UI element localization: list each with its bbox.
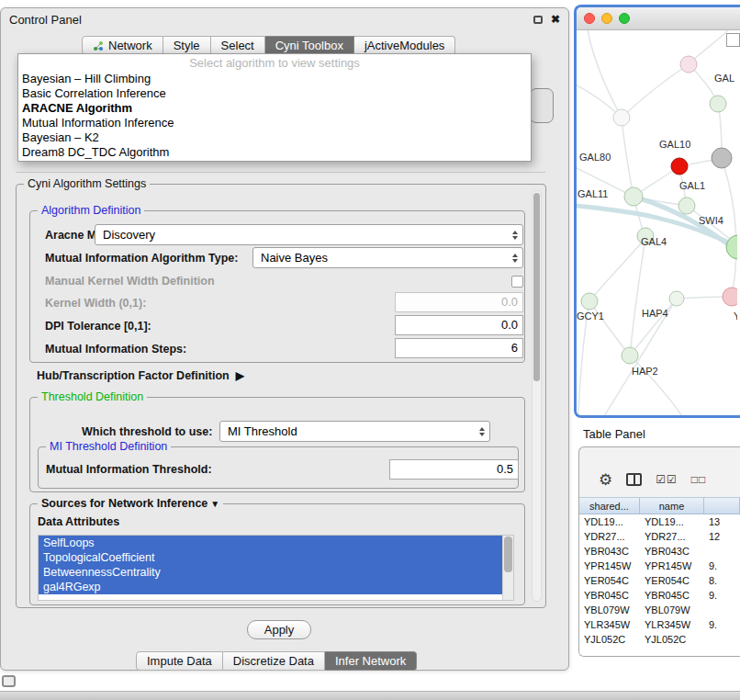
node-label: HAP2	[632, 366, 658, 377]
settings-gear-icon[interactable]: ⚙	[599, 472, 612, 488]
combo-arrows-icon	[507, 225, 522, 244]
table-row[interactable]: YJL052C YJL052C	[579, 632, 740, 647]
float-window-icon[interactable]	[533, 16, 543, 24]
tab-select[interactable]: Select	[211, 36, 265, 55]
column-selector-icon[interactable]	[626, 473, 642, 486]
popup-item[interactable]: Bayesian – Hill Climbing	[18, 72, 531, 86]
node-hap2[interactable]	[622, 347, 638, 364]
cell	[704, 544, 740, 559]
hub-section-toggle[interactable]: Hub/Transcription Factor Definition ▶	[37, 369, 244, 382]
popup-item[interactable]: Dream8 DC_TDC Algorithm	[18, 145, 531, 160]
combo-arrows-icon	[507, 248, 522, 267]
attribute-item[interactable]: BetweennessCentrality	[39, 565, 502, 580]
dpi-tolerance-field[interactable]: 0.0	[395, 315, 523, 335]
attribute-item[interactable]: SelfLoops	[39, 536, 502, 550]
network-edge[interactable]	[722, 159, 736, 297]
node-gal11[interactable]	[624, 187, 643, 206]
cell: 9.	[704, 617, 740, 632]
apply-button[interactable]: Apply	[247, 620, 311, 639]
network-edge[interactable]	[588, 30, 622, 118]
cell: YPR145W	[640, 559, 704, 573]
popup-item[interactable]: Basic Correlation Inference	[18, 86, 531, 101]
scrollbar-thumb[interactable]	[504, 536, 512, 572]
network-edge[interactable]	[630, 356, 682, 415]
popup-item[interactable]: Bayesian – K2	[18, 130, 531, 145]
network-edge[interactable]	[622, 64, 689, 118]
node-pink-right[interactable]	[723, 288, 737, 306]
node-gcy1[interactable]	[581, 293, 598, 310]
tab-impute-data[interactable]: Impute Data	[136, 651, 223, 671]
table-row[interactable]: YBR043C YBR043C	[579, 544, 740, 559]
table-row[interactable]: YDR27... YDR27... 12	[579, 529, 740, 544]
network-canvas[interactable]: GAL GAL80 GAL10 GAL11 GAL1 SWI4 GAL4 GCY…	[577, 30, 740, 415]
node-label: GAL4	[641, 236, 667, 247]
mi-threshold-field[interactable]: 0.5	[389, 459, 519, 480]
close-window-icon[interactable]: ✖	[551, 14, 560, 25]
column-header-name[interactable]: name	[640, 498, 704, 514]
aracne-mode-combo[interactable]: Discovery	[95, 224, 523, 245]
node-gal10[interactable]	[671, 158, 688, 175]
network-edge[interactable]	[622, 118, 633, 197]
minimize-traffic-light-icon[interactable]	[601, 13, 612, 24]
node-gal-topright[interactable]	[710, 96, 726, 112]
tab-jactivemodules[interactable]: jActiveModules	[354, 36, 455, 55]
tab-network[interactable]: Network	[82, 36, 163, 55]
table-row[interactable]: YER054C YER054C 8.	[579, 573, 740, 588]
which-threshold-combo[interactable]: MI Threshold	[219, 421, 490, 442]
tab-style[interactable]: Style	[163, 36, 211, 55]
zoom-traffic-light-icon[interactable]	[619, 13, 630, 24]
algorithm-selector-popup: Select algorithm to view settings Bayesi…	[17, 53, 532, 162]
cell: 12	[704, 529, 740, 544]
popup-item[interactable]: Mutual Information Inference	[18, 116, 531, 130]
mi-type-combo[interactable]: Naive Bayes	[252, 247, 523, 268]
attribute-item[interactable]: gal4RGexp	[39, 580, 502, 594]
tab-label: Infer Network	[335, 654, 406, 668]
close-traffic-light-icon[interactable]	[584, 13, 595, 24]
attribute-item[interactable]: TopologicalCoefficient	[39, 550, 502, 565]
kernel-width-field[interactable]: 0.0	[395, 292, 523, 312]
table-row[interactable]: YBL079W YBL079W	[579, 603, 740, 617]
node-swi4[interactable]	[726, 235, 737, 259]
obscured-button[interactable]	[530, 88, 554, 123]
node-gal1[interactable]	[678, 198, 695, 214]
attributes-list-scrollbar[interactable]	[502, 536, 513, 600]
table-panel-title: Table Panel	[583, 427, 645, 441]
network-edge[interactable]	[589, 301, 630, 356]
mi-steps-field[interactable]: 6	[395, 338, 523, 358]
cell: YDR27...	[640, 529, 704, 544]
table-body: YDL19... YDL19... 13 YDR27... YDR27... 1…	[579, 514, 740, 657]
select-all-checkboxes-icon[interactable]: ☑☑	[656, 473, 678, 486]
node-label: GAL1	[679, 180, 705, 191]
node-hap4[interactable]	[669, 291, 684, 306]
popup-item-selected[interactable]: ARACNE Algorithm	[18, 101, 531, 116]
minimized-panel-icon[interactable]	[2, 675, 16, 687]
bottom-statusbar-strip	[0, 691, 740, 700]
hub-section-label: Hub/Transcription Factor Definition	[37, 369, 230, 382]
table-row[interactable]: YLR345W YLR345W 9.	[579, 617, 740, 632]
column-header-partial[interactable]	[704, 498, 740, 514]
column-header-shared[interactable]: shared...	[579, 498, 640, 514]
scrollbar-thumb[interactable]	[533, 193, 540, 381]
node-gray[interactable]	[712, 148, 732, 168]
table-row[interactable]: YPR145W YPR145W 9.	[579, 559, 740, 573]
tab-cyni-toolbox[interactable]: Cyni Toolbox	[265, 36, 354, 55]
manual-kernel-checkbox[interactable]	[511, 276, 523, 288]
table-row[interactable]: YBR045C YBR045C 9.	[579, 588, 740, 603]
sources-group-title[interactable]: Sources for Network Inference▼	[38, 497, 223, 510]
manual-kernel-label: Manual Kernel Width Definition	[45, 274, 215, 288]
table-row[interactable]: YDL19... YDL19... 13	[579, 514, 740, 529]
cell: 9.	[704, 559, 740, 573]
network-window-titlebar	[577, 7, 740, 30]
node-faint[interactable]	[613, 109, 630, 126]
deselect-all-checkboxes-icon[interactable]: □□	[691, 473, 707, 486]
tab-infer-network[interactable]: Infer Network	[325, 651, 417, 671]
tab-discretize-data[interactable]: Discretize Data	[223, 651, 325, 671]
settings-scrollbar[interactable]	[532, 190, 542, 602]
node-pink-top[interactable]	[680, 56, 697, 73]
cell: YJL052C	[579, 632, 640, 647]
cell: YBR045C	[579, 588, 640, 603]
node-label: SWI4	[699, 215, 723, 226]
tab-label: Select	[221, 39, 254, 52]
network-edge[interactable]	[630, 238, 645, 356]
birdseye-box[interactable]	[726, 33, 740, 47]
